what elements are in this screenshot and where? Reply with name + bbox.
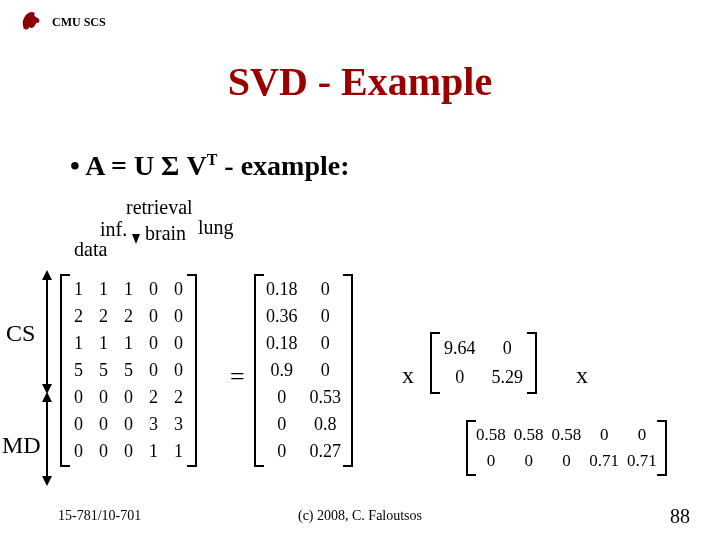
matrix-cell: 0.58 (472, 422, 510, 448)
equals-sign: = (230, 362, 245, 392)
slide-title: SVD - Example (0, 58, 720, 105)
matrix-cell: 0 (304, 357, 348, 384)
matrix-cell: 2 (116, 303, 141, 330)
matrix-cell: 0.18 (260, 276, 304, 303)
matrix-cell: 1 (116, 276, 141, 303)
times-sign-2: x (576, 362, 588, 389)
matrix-cell: 0 (116, 411, 141, 438)
footer-copyright: (c) 2008, C. Faloutsos (0, 508, 720, 524)
matrix-cell: 0 (141, 357, 166, 384)
arrow-down-icon (42, 476, 52, 486)
matrix-cell: 0 (260, 411, 304, 438)
bullet-suffix: - example: (217, 150, 349, 181)
matrix-cell: 0 (260, 438, 304, 465)
matrix-cell: 0 (623, 422, 661, 448)
matrix-cell: 0 (141, 303, 166, 330)
bullet-equation: • A = U Σ VT - example: (70, 150, 350, 182)
matrix-cell: 0 (91, 384, 116, 411)
matrix-cell: 0 (91, 438, 116, 465)
matrix-cell: 0 (436, 363, 484, 392)
matrix-cell: 1 (91, 330, 116, 357)
sigma-symbol: Σ (161, 150, 179, 181)
bullet-vt: V (179, 150, 206, 181)
matrix-cell: 0.71 (623, 448, 661, 474)
matrix-cell: 0 (304, 330, 348, 357)
col-data: data (74, 238, 107, 261)
bullet-sup: T (207, 151, 218, 168)
matrix-cell: 0.53 (304, 384, 348, 411)
matrix-cell: 0 (91, 411, 116, 438)
matrix-cell: 5 (91, 357, 116, 384)
col-brain: brain (145, 222, 186, 245)
matrix-cell: 0 (116, 384, 141, 411)
matrix-cell: 1 (141, 438, 166, 465)
matrix-cell: 0.58 (510, 422, 548, 448)
matrix-cell: 0 (304, 303, 348, 330)
matrix-cell: 0 (304, 276, 348, 303)
matrix-cell: 0.58 (548, 422, 586, 448)
matrix-cell: 0 (260, 384, 304, 411)
matrix-cell: 0 (585, 422, 623, 448)
matrix-cell: 1 (91, 276, 116, 303)
matrix-cell: 5 (116, 357, 141, 384)
row-label-md: MD (2, 432, 41, 459)
matrix-cell: 0.71 (585, 448, 623, 474)
matrix-cell: 0.8 (304, 411, 348, 438)
matrix-cell: 1 (116, 330, 141, 357)
matrix-Vt: 0.580.580.58000000.710.71 (472, 422, 661, 474)
matrix-cell: 0.18 (260, 330, 304, 357)
arrow-up-icon (42, 270, 52, 280)
org-label: CMU SCS (52, 15, 106, 30)
arrow-down-icon (132, 234, 140, 244)
griffin-icon (18, 6, 46, 38)
matrix-cell: 3 (141, 411, 166, 438)
matrix-cell: 2 (91, 303, 116, 330)
cs-range-bar (46, 278, 48, 386)
matrix-cell: 2 (141, 384, 166, 411)
matrix-U: 0.1800.3600.1800.9000.5300.800.27 (260, 276, 347, 465)
times-sign-1: x (402, 362, 414, 389)
matrix-cell: 0 (472, 448, 510, 474)
matrix-cell: 0 (116, 438, 141, 465)
matrix-cell: 0 (141, 330, 166, 357)
md-range-bar (46, 400, 48, 478)
slide-number: 88 (670, 505, 690, 528)
matrix-Sigma: 9.64005.29 (436, 334, 531, 392)
matrix-cell: 0.36 (260, 303, 304, 330)
matrix-cell: 5.29 (484, 363, 532, 392)
matrix-cell: 9.64 (436, 334, 484, 363)
matrix-cell: 0 (484, 334, 532, 363)
bullet-prefix: • A = U (70, 150, 161, 181)
col-retrieval: retrieval (126, 196, 193, 219)
matrix-cell: 0 (141, 276, 166, 303)
matrix-cell: 0.9 (260, 357, 304, 384)
matrix-cell: 0 (548, 448, 586, 474)
col-lung: lung (198, 216, 234, 239)
matrix-cell: 0.27 (304, 438, 348, 465)
matrix-cell: 0 (510, 448, 548, 474)
arrow-up-icon (42, 392, 52, 402)
slide-header: CMU SCS (18, 6, 106, 38)
row-label-cs: CS (6, 320, 35, 347)
matrix-A: 11100222001110055500000220003300011 (66, 276, 191, 465)
